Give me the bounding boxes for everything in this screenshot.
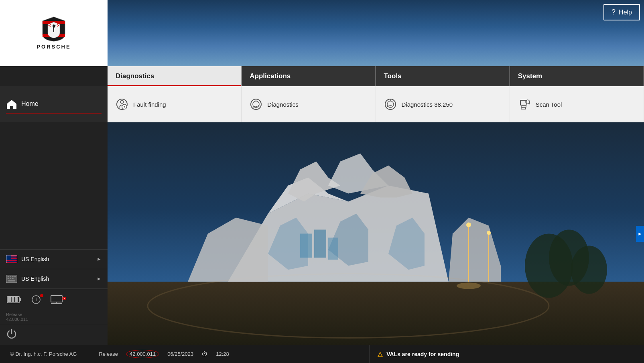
hero-background: ►: [108, 122, 644, 345]
menu-item-diagnostics-38[interactable]: Diagnostics 38.250: [384, 95, 502, 113]
svg-rect-32: [12, 276, 14, 278]
release-version-sidebar: 42.000.011: [6, 317, 102, 322]
diagnostics-38-icon: [384, 98, 397, 111]
sidebar-bottom-icons: i: [0, 289, 108, 310]
tab-system-label: System: [518, 72, 542, 80]
svg-rect-74: [328, 238, 338, 260]
header-hero: ? Help: [108, 0, 644, 66]
svg-rect-73: [314, 230, 326, 258]
nav-tabs: Diagnostics Applications Tools System: [108, 66, 644, 86]
battery-icon: [7, 295, 21, 304]
vals-message: VALs are ready for sending: [386, 351, 459, 357]
diagnostics-app-icon: [250, 98, 262, 111]
tab-tools-label: Tools: [384, 72, 402, 80]
svg-rect-46: [51, 303, 62, 304]
power-button[interactable]: [6, 328, 17, 341]
svg-rect-45: [51, 296, 62, 302]
sidebar-lang-keyboard[interactable]: US English ►: [0, 269, 108, 289]
menu-item-scan-tool[interactable]: Scan Tool: [518, 95, 636, 113]
tab-tools[interactable]: Tools: [376, 66, 510, 86]
fault-finding-label: Fault finding: [133, 101, 166, 108]
svg-rect-30: [8, 276, 9, 278]
battery-icon-btn[interactable]: [6, 293, 22, 306]
scroll-indicator[interactable]: ►: [636, 226, 644, 242]
info-icon-btn[interactable]: i: [28, 293, 44, 306]
svg-point-7: [120, 100, 124, 103]
svg-point-67: [487, 231, 491, 235]
sidebar-main: US English ►: [0, 122, 108, 345]
status-copyright: © Dr. Ing. h.c. F. Porsche AG: [0, 345, 87, 363]
sidebar-logo: PORSCHE: [0, 0, 108, 66]
diagnostics-38-label: Diagnostics 38.250: [402, 101, 453, 108]
tab-applications[interactable]: Applications: [242, 66, 376, 86]
svg-rect-26: [6, 260, 17, 261]
svg-line-22: [529, 103, 530, 105]
network-icon: [50, 294, 66, 305]
lang-kb-chevron-icon: ►: [97, 276, 102, 282]
release-label: Release: [6, 312, 102, 317]
svg-rect-52: [108, 282, 644, 345]
svg-point-71: [571, 246, 607, 294]
lang-us-label: US English: [21, 256, 49, 262]
status-release-label: Release: [99, 351, 118, 357]
fault-finding-icon: ?: [116, 98, 128, 111]
home-menu-item[interactable]: Home: [6, 95, 102, 114]
hero-content: ►: [108, 122, 644, 345]
home-label: Home: [21, 100, 39, 107]
help-label: Help: [619, 9, 632, 16]
help-button[interactable]: ? Help: [603, 4, 640, 20]
nav-sidebar-spacer: [0, 66, 108, 86]
menu-item-diagnostics-app[interactable]: Diagnostics: [250, 95, 367, 113]
status-vals: △ VALs are ready for sending: [369, 345, 644, 363]
keyboard-icon: [6, 275, 17, 283]
menu-section-applications: Diagnostics: [242, 86, 376, 122]
power-button-row: [0, 324, 108, 345]
svg-rect-36: [12, 278, 14, 279]
svg-rect-39: [19, 298, 21, 301]
status-release-version: 42.000.011: [126, 350, 159, 358]
power-icon: [6, 328, 17, 339]
menu-section-tools: Diagnostics 38.250: [376, 86, 510, 122]
menu-row: Home ? Fault finding: [0, 86, 644, 122]
brand-name: PORSCHE: [37, 44, 71, 50]
svg-rect-72: [300, 234, 312, 258]
svg-point-14: [387, 101, 394, 107]
svg-rect-33: [14, 276, 16, 278]
lang-kb-label: US English: [21, 276, 49, 282]
tab-diagnostics-label: Diagnostics: [116, 72, 154, 80]
svg-rect-28: [6, 256, 11, 260]
main-area: US English ►: [0, 122, 644, 345]
menu-sidebar: Home: [0, 86, 108, 122]
svg-point-65: [466, 223, 471, 227]
svg-rect-34: [8, 278, 9, 279]
status-mid: Release 42.000.011 06/25/2023 ⏱ 12:28: [87, 345, 369, 363]
lang-us-chevron-icon: ►: [97, 256, 102, 262]
diagnostics-app-label: Diagnostics: [267, 101, 299, 108]
menu-section-system: Scan Tool: [510, 86, 644, 122]
us-flag-icon: [6, 255, 17, 263]
sidebar-lang-us-flag[interactable]: US English ►: [0, 249, 108, 269]
tab-system[interactable]: System: [510, 66, 644, 86]
svg-rect-35: [10, 278, 11, 279]
menu-section-diagnostics: ? Fault finding: [108, 86, 242, 122]
porsche-crest-icon: [42, 16, 66, 42]
svg-rect-17: [521, 106, 526, 107]
tab-applications-label: Applications: [250, 72, 291, 80]
clock-icon: ⏱: [201, 351, 208, 358]
menu-item-fault-finding[interactable]: ? Fault finding: [116, 95, 233, 113]
warning-triangle-icon: △: [378, 350, 382, 358]
svg-text:?: ?: [124, 105, 126, 109]
copyright-text: © Dr. Ing. h.c. F. Porsche AG: [10, 351, 77, 357]
svg-point-68: [457, 283, 481, 289]
svg-rect-27: [6, 262, 17, 263]
svg-rect-40: [8, 297, 18, 302]
tab-diagnostics[interactable]: Diagnostics: [108, 66, 242, 86]
status-date: 06/25/2023: [167, 351, 193, 357]
network-icon-btn[interactable]: [50, 293, 66, 306]
status-time: 12:28: [216, 351, 229, 357]
nav-bar: Diagnostics Applications Tools System: [0, 66, 644, 86]
hero-building-art: [108, 122, 644, 345]
menu-items: ? Fault finding Diagnostics: [108, 86, 644, 122]
svg-rect-37: [8, 280, 15, 282]
info-icon: i: [31, 295, 41, 304]
